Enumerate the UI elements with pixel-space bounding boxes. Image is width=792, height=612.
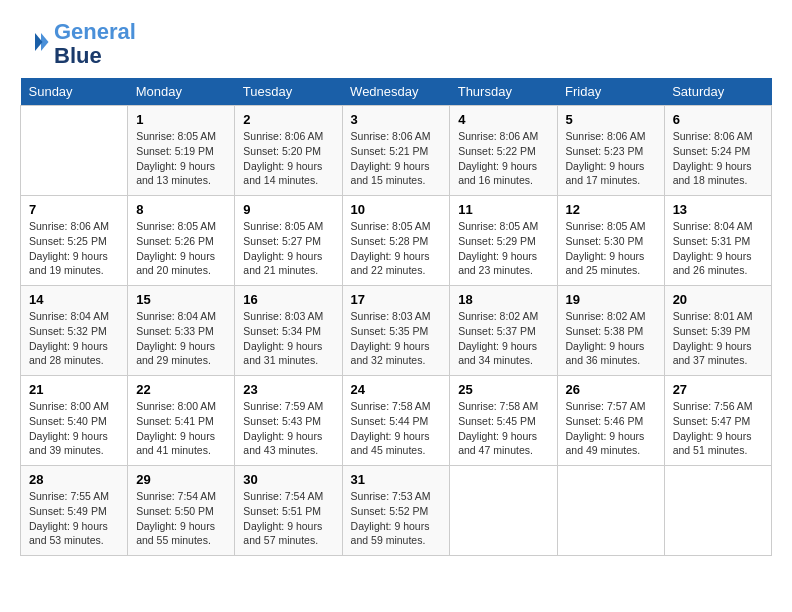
calendar-week-row: 1Sunrise: 8:05 AMSunset: 5:19 PMDaylight…: [21, 106, 772, 196]
day-info: Sunrise: 8:05 AMSunset: 5:30 PMDaylight:…: [566, 219, 656, 278]
calendar-cell: 9Sunrise: 8:05 AMSunset: 5:27 PMDaylight…: [235, 196, 342, 286]
calendar-cell: 16Sunrise: 8:03 AMSunset: 5:34 PMDayligh…: [235, 286, 342, 376]
calendar-cell: 31Sunrise: 7:53 AMSunset: 5:52 PMDayligh…: [342, 466, 450, 556]
day-number: 8: [136, 202, 226, 217]
day-number: 12: [566, 202, 656, 217]
calendar-cell: 24Sunrise: 7:58 AMSunset: 5:44 PMDayligh…: [342, 376, 450, 466]
calendar-cell: 15Sunrise: 8:04 AMSunset: 5:33 PMDayligh…: [128, 286, 235, 376]
calendar-week-row: 7Sunrise: 8:06 AMSunset: 5:25 PMDaylight…: [21, 196, 772, 286]
day-info: Sunrise: 7:57 AMSunset: 5:46 PMDaylight:…: [566, 399, 656, 458]
weekday-header: Monday: [128, 78, 235, 106]
calendar-cell: 29Sunrise: 7:54 AMSunset: 5:50 PMDayligh…: [128, 466, 235, 556]
calendar-week-row: 14Sunrise: 8:04 AMSunset: 5:32 PMDayligh…: [21, 286, 772, 376]
day-number: 2: [243, 112, 333, 127]
day-number: 29: [136, 472, 226, 487]
day-number: 6: [673, 112, 763, 127]
day-number: 11: [458, 202, 548, 217]
calendar-cell: 28Sunrise: 7:55 AMSunset: 5:49 PMDayligh…: [21, 466, 128, 556]
calendar-cell: 25Sunrise: 7:58 AMSunset: 5:45 PMDayligh…: [450, 376, 557, 466]
day-info: Sunrise: 8:06 AMSunset: 5:24 PMDaylight:…: [673, 129, 763, 188]
day-info: Sunrise: 8:06 AMSunset: 5:25 PMDaylight:…: [29, 219, 119, 278]
calendar-cell: 22Sunrise: 8:00 AMSunset: 5:41 PMDayligh…: [128, 376, 235, 466]
logo: General Blue: [20, 20, 136, 68]
day-info: Sunrise: 8:00 AMSunset: 5:41 PMDaylight:…: [136, 399, 226, 458]
day-number: 31: [351, 472, 442, 487]
day-info: Sunrise: 8:01 AMSunset: 5:39 PMDaylight:…: [673, 309, 763, 368]
calendar-cell: 8Sunrise: 8:05 AMSunset: 5:26 PMDaylight…: [128, 196, 235, 286]
calendar-cell: 10Sunrise: 8:05 AMSunset: 5:28 PMDayligh…: [342, 196, 450, 286]
day-info: Sunrise: 7:54 AMSunset: 5:50 PMDaylight:…: [136, 489, 226, 548]
calendar-cell: 18Sunrise: 8:02 AMSunset: 5:37 PMDayligh…: [450, 286, 557, 376]
day-number: 16: [243, 292, 333, 307]
day-number: 28: [29, 472, 119, 487]
calendar-cell: 30Sunrise: 7:54 AMSunset: 5:51 PMDayligh…: [235, 466, 342, 556]
day-info: Sunrise: 8:02 AMSunset: 5:38 PMDaylight:…: [566, 309, 656, 368]
day-info: Sunrise: 8:03 AMSunset: 5:35 PMDaylight:…: [351, 309, 442, 368]
day-number: 14: [29, 292, 119, 307]
day-info: Sunrise: 7:58 AMSunset: 5:44 PMDaylight:…: [351, 399, 442, 458]
day-info: Sunrise: 8:06 AMSunset: 5:21 PMDaylight:…: [351, 129, 442, 188]
calendar-cell: 19Sunrise: 8:02 AMSunset: 5:38 PMDayligh…: [557, 286, 664, 376]
day-info: Sunrise: 8:06 AMSunset: 5:22 PMDaylight:…: [458, 129, 548, 188]
calendar-cell: 14Sunrise: 8:04 AMSunset: 5:32 PMDayligh…: [21, 286, 128, 376]
day-number: 5: [566, 112, 656, 127]
weekday-header: Friday: [557, 78, 664, 106]
day-number: 13: [673, 202, 763, 217]
day-number: 15: [136, 292, 226, 307]
logo-text: General Blue: [54, 20, 136, 68]
calendar-cell: 13Sunrise: 8:04 AMSunset: 5:31 PMDayligh…: [664, 196, 771, 286]
day-number: 10: [351, 202, 442, 217]
day-number: 23: [243, 382, 333, 397]
day-info: Sunrise: 8:02 AMSunset: 5:37 PMDaylight:…: [458, 309, 548, 368]
day-info: Sunrise: 8:04 AMSunset: 5:32 PMDaylight:…: [29, 309, 119, 368]
weekday-header-row: SundayMondayTuesdayWednesdayThursdayFrid…: [21, 78, 772, 106]
day-info: Sunrise: 7:54 AMSunset: 5:51 PMDaylight:…: [243, 489, 333, 548]
day-number: 30: [243, 472, 333, 487]
calendar-cell: [450, 466, 557, 556]
calendar-cell: 27Sunrise: 7:56 AMSunset: 5:47 PMDayligh…: [664, 376, 771, 466]
calendar-cell: 3Sunrise: 8:06 AMSunset: 5:21 PMDaylight…: [342, 106, 450, 196]
day-info: Sunrise: 8:05 AMSunset: 5:19 PMDaylight:…: [136, 129, 226, 188]
day-number: 9: [243, 202, 333, 217]
calendar-cell: 1Sunrise: 8:05 AMSunset: 5:19 PMDaylight…: [128, 106, 235, 196]
day-info: Sunrise: 8:06 AMSunset: 5:20 PMDaylight:…: [243, 129, 333, 188]
day-number: 7: [29, 202, 119, 217]
day-info: Sunrise: 7:59 AMSunset: 5:43 PMDaylight:…: [243, 399, 333, 458]
calendar-cell: 23Sunrise: 7:59 AMSunset: 5:43 PMDayligh…: [235, 376, 342, 466]
calendar-week-row: 21Sunrise: 8:00 AMSunset: 5:40 PMDayligh…: [21, 376, 772, 466]
logo-icon: [20, 27, 50, 57]
day-number: 3: [351, 112, 442, 127]
page-header: General Blue: [20, 20, 772, 68]
day-number: 19: [566, 292, 656, 307]
day-info: Sunrise: 8:04 AMSunset: 5:33 PMDaylight:…: [136, 309, 226, 368]
day-info: Sunrise: 8:06 AMSunset: 5:23 PMDaylight:…: [566, 129, 656, 188]
day-info: Sunrise: 7:53 AMSunset: 5:52 PMDaylight:…: [351, 489, 442, 548]
calendar-cell: 17Sunrise: 8:03 AMSunset: 5:35 PMDayligh…: [342, 286, 450, 376]
calendar-cell: 11Sunrise: 8:05 AMSunset: 5:29 PMDayligh…: [450, 196, 557, 286]
weekday-header: Sunday: [21, 78, 128, 106]
weekday-header: Wednesday: [342, 78, 450, 106]
weekday-header: Thursday: [450, 78, 557, 106]
day-number: 18: [458, 292, 548, 307]
calendar-cell: 2Sunrise: 8:06 AMSunset: 5:20 PMDaylight…: [235, 106, 342, 196]
calendar-table: SundayMondayTuesdayWednesdayThursdayFrid…: [20, 78, 772, 556]
day-number: 21: [29, 382, 119, 397]
calendar-cell: 21Sunrise: 8:00 AMSunset: 5:40 PMDayligh…: [21, 376, 128, 466]
day-number: 20: [673, 292, 763, 307]
weekday-header: Tuesday: [235, 78, 342, 106]
calendar-cell: [21, 106, 128, 196]
calendar-cell: 7Sunrise: 8:06 AMSunset: 5:25 PMDaylight…: [21, 196, 128, 286]
day-number: 24: [351, 382, 442, 397]
day-info: Sunrise: 8:05 AMSunset: 5:29 PMDaylight:…: [458, 219, 548, 278]
calendar-cell: [557, 466, 664, 556]
day-number: 17: [351, 292, 442, 307]
calendar-cell: [664, 466, 771, 556]
day-info: Sunrise: 8:05 AMSunset: 5:27 PMDaylight:…: [243, 219, 333, 278]
day-number: 25: [458, 382, 548, 397]
calendar-cell: 5Sunrise: 8:06 AMSunset: 5:23 PMDaylight…: [557, 106, 664, 196]
calendar-cell: 6Sunrise: 8:06 AMSunset: 5:24 PMDaylight…: [664, 106, 771, 196]
day-info: Sunrise: 7:58 AMSunset: 5:45 PMDaylight:…: [458, 399, 548, 458]
day-number: 4: [458, 112, 548, 127]
day-info: Sunrise: 8:04 AMSunset: 5:31 PMDaylight:…: [673, 219, 763, 278]
day-number: 22: [136, 382, 226, 397]
